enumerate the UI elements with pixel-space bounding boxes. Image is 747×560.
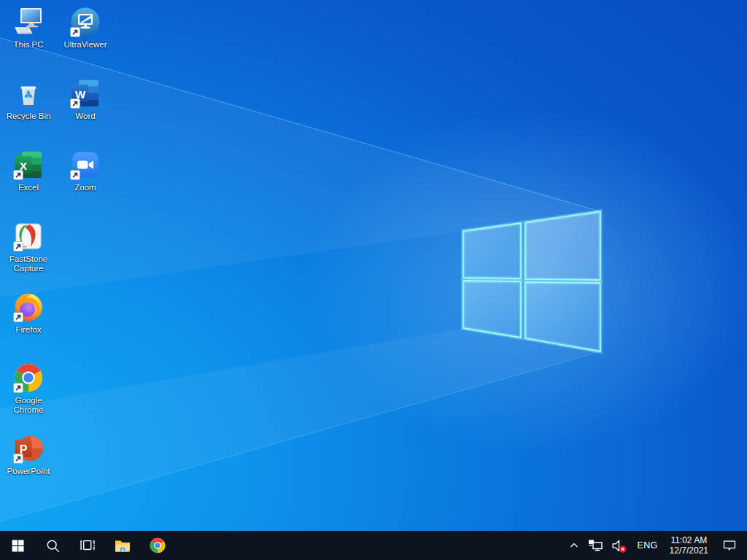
svg-text:W: W	[75, 88, 86, 101]
desktop-icon-label: Word	[75, 112, 95, 121]
file-explorer-button[interactable]	[105, 531, 140, 560]
action-center-button[interactable]	[713, 531, 746, 560]
chrome-icon	[12, 362, 44, 394]
faststone-capture-icon	[12, 220, 44, 252]
desktop-icon-ultraviewer[interactable]: UltraViewer	[58, 6, 113, 50]
powerpoint-icon: P	[12, 432, 44, 464]
action-center-icon	[722, 538, 737, 553]
chrome-taskbar-button[interactable]	[140, 531, 175, 560]
recycle-bin-icon	[12, 77, 44, 109]
speaker-muted-icon	[611, 537, 627, 554]
task-view-button[interactable]	[70, 531, 105, 560]
system-tray: ENG 11:02 AM 12/7/2021	[565, 531, 747, 560]
taskbar: ENG 11:02 AM 12/7/2021	[0, 531, 747, 560]
desktop-icon-label: PowerPoint	[7, 467, 50, 476]
desktop-icon-label: FastStone Capture	[1, 254, 56, 273]
desktop-icon-label: Recycle Bin	[7, 112, 51, 121]
windows-logo-icon	[11, 539, 25, 553]
desktop-icon-zoom[interactable]: Zoom	[58, 149, 113, 192]
chevron-up-icon	[568, 540, 580, 551]
start-button[interactable]	[0, 531, 35, 560]
windows-desktop: This PC UltraViewer Recycle Bin	[0, 0, 747, 560]
this-pc-icon	[12, 6, 44, 38]
desktop-icon-faststone-capture[interactable]: FastStone Capture	[1, 220, 56, 273]
folder-icon	[114, 537, 131, 554]
desktop-icon-google-chrome[interactable]: Google Chrome	[1, 362, 56, 415]
word-icon: W	[69, 77, 101, 109]
taskbar-left	[0, 531, 175, 560]
language-code: ENG	[638, 540, 658, 551]
excel-icon: X	[12, 149, 44, 181]
language-indicator[interactable]: ENG	[631, 531, 665, 560]
desktop-icon-label: Zoom	[74, 183, 96, 192]
desktop-icon-firefox[interactable]: Firefox	[1, 291, 56, 335]
ethernet-network-icon	[587, 537, 603, 553]
desktop-icon-label: Excel	[18, 183, 39, 192]
desktop-icon-this-pc[interactable]: This PC	[1, 6, 56, 50]
desktop-icon-powerpoint[interactable]: P PowerPoint	[1, 432, 56, 476]
search-button[interactable]	[35, 531, 70, 560]
desktop-icon-label: Google Chrome	[1, 396, 56, 415]
desktop-icon-label: Firefox	[15, 325, 41, 335]
chrome-icon	[149, 537, 166, 554]
search-icon	[45, 538, 61, 553]
clock[interactable]: 11:02 AM 12/7/2021	[665, 531, 713, 560]
zoom-icon	[69, 149, 101, 181]
svg-text:X: X	[20, 160, 27, 172]
desktop-icon-recycle-bin[interactable]: Recycle Bin	[1, 77, 56, 121]
tray-date: 12/7/2021	[670, 545, 708, 556]
desktop-icon-word[interactable]: W Word	[58, 77, 113, 121]
volume-button[interactable]	[607, 531, 631, 560]
ultraviewer-icon	[69, 6, 101, 38]
network-status-button[interactable]	[584, 531, 607, 560]
desktop-icon-label: UltraViewer	[63, 40, 107, 50]
tray-time: 11:02 AM	[670, 535, 707, 546]
desktop-icon-excel[interactable]: X Excel	[1, 149, 56, 192]
show-hidden-icons-button[interactable]	[565, 531, 584, 560]
firefox-icon	[12, 291, 44, 323]
desktop-icon-label: This PC	[14, 40, 44, 50]
task-view-icon	[80, 537, 96, 553]
